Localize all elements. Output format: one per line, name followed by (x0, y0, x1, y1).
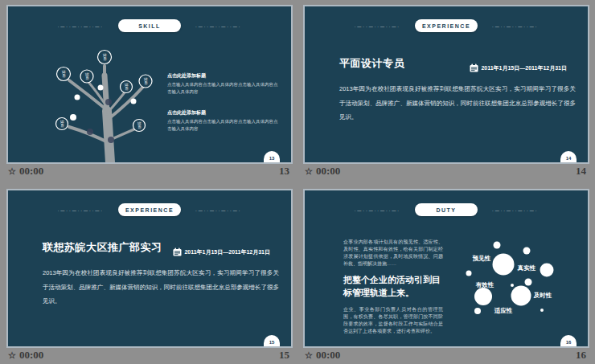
bubble-label-adaptability: 适应性 (494, 307, 513, 314)
text-block-1: 点击此处添加标题 点击输入具体内容点击输入具体内容点击输入具体内容点击输入具体内… (167, 72, 281, 95)
slide-thumbnail-16[interactable]: ·—··—··—··—· DUTY ·—··—··—··—· 企事业内部各项计划… (303, 189, 589, 348)
block-body: 点击输入具体内容点击输入具体内容点击输入具体内容点击输入具体内容 (167, 81, 281, 95)
slide-number-badge: 13 (264, 151, 280, 162)
date-row: 2011年1月15日—2011年12月31日 (173, 247, 270, 256)
job-title: 平面设计专员 (339, 56, 404, 71)
slide-number-badge: 15 (264, 335, 280, 346)
employment-dates: 2011年1月15日—2011年12月31日 (481, 64, 567, 72)
slide-timing: 00:00 (19, 165, 43, 178)
slide-timing: 00:00 (316, 349, 340, 362)
tree-node-label: 技能 (85, 72, 89, 81)
slide-number-badge: 16 (560, 335, 577, 346)
bubble-label-timeliness: 及时性 (533, 292, 552, 299)
slide-sorter-view: ·—··—··—··—· SKILL ·—··—··—··—· (0, 0, 595, 364)
transition-star-icon[interactable]: ☆ (8, 351, 16, 360)
slide-header: ·—··—··—··—· EXPERIENCE ·—··—··—··—· (305, 19, 588, 32)
slide-thumbnail-14[interactable]: ·—··—··—··—· EXPERIENCE ·—··—··—··—· 平面设… (303, 5, 589, 164)
slide-index: 13 (279, 165, 293, 178)
tree-node-label: 技能 (103, 53, 107, 62)
sorter-footer-16: ☆ 00:00 16 (303, 346, 589, 364)
transition-star-icon[interactable]: ☆ (305, 167, 313, 176)
slide-index: 14 (576, 165, 589, 178)
slide-thumbnail-13[interactable]: ·—··—··—··—· SKILL ·—··—··—··—· (6, 5, 293, 164)
bubble-label-foresight: 预见性 (472, 255, 491, 262)
job-description: 2013年因为在校社团表现良好被推荐到联想集团苏皖大区实习，实习期间学习了很多关… (43, 266, 279, 309)
tree-node-label: 技能 (62, 70, 66, 79)
tree-node-label: 技能 (144, 77, 148, 86)
tab-experience[interactable]: EXPERIENCE (415, 19, 478, 32)
tree-node-label: 技能 (125, 83, 129, 92)
tab-label: EXPERIENCE (125, 207, 174, 213)
tab-experience[interactable]: EXPERIENCE (118, 203, 181, 216)
sorter-footer-15: ☆ 00:00 15 (6, 346, 293, 364)
sorter-footer-14: ☆ 00:00 14 (303, 162, 589, 181)
slide-index: 15 (279, 349, 293, 362)
transition-star-icon[interactable]: ☆ (8, 167, 16, 176)
slide-thumbnail-15[interactable]: ·—··—··—··—· EXPERIENCE ·—··—··—··—· 联想苏… (6, 189, 293, 348)
transition-star-icon[interactable]: ☆ (305, 351, 313, 360)
tree-node-label: 技能 (60, 120, 64, 129)
bubble-label-authenticity: 真实性 (517, 264, 536, 272)
text-block-2: 点击此处添加标题 点击输入具体内容点击输入具体内容点击输入具体内容点击输入具体内… (167, 109, 281, 132)
job-description: 2013年因为在校社团表现良好被推荐到联想集团苏皖大区实习，实习期间学习了很多关… (339, 82, 576, 125)
sorter-footer-13: ☆ 00:00 13 (6, 162, 293, 181)
slide-timing: 00:00 (19, 349, 43, 362)
job-title: 联想苏皖大区推广部实习 (43, 240, 162, 255)
employment-dates: 2011年1月15日—2011年12月31日 (184, 248, 270, 256)
date-row: 2011年1月15日—2011年12月31日 (470, 63, 567, 72)
tab-label: EXPERIENCE (422, 23, 470, 29)
slide-header: ·—··—··—··—· EXPERIENCE ·—··—··—··—· (8, 203, 291, 216)
deco-dashes-left: ·—··—··—··—· (58, 208, 104, 213)
block-heading: 点击此处添加标题 (167, 109, 281, 117)
block-heading: 点击此处添加标题 (167, 72, 281, 80)
slide-index: 16 (576, 349, 589, 362)
slide-number-badge: 14 (560, 151, 577, 162)
slide-timing: 00:00 (316, 165, 340, 178)
tree-node-label: 技能 (137, 121, 142, 130)
bubble-circles (466, 242, 554, 315)
calendar-icon (470, 63, 478, 72)
deco-dashes-right: ·—··—··—··—· (492, 24, 538, 29)
calendar-icon (173, 247, 182, 256)
deco-dashes-left: ·—··—··—··—· (355, 24, 400, 29)
deco-dashes-right: ·—··—··—··—· (195, 208, 241, 213)
block-body: 点击输入具体内容点击输入具体内容点击输入具体内容点击输入具体内容 (167, 118, 281, 132)
bubble-label-effectiveness: 有效性 (475, 281, 494, 288)
duty-bubble-chart: 预见性 真实性 有效性 及时性 适应性 (305, 190, 588, 346)
